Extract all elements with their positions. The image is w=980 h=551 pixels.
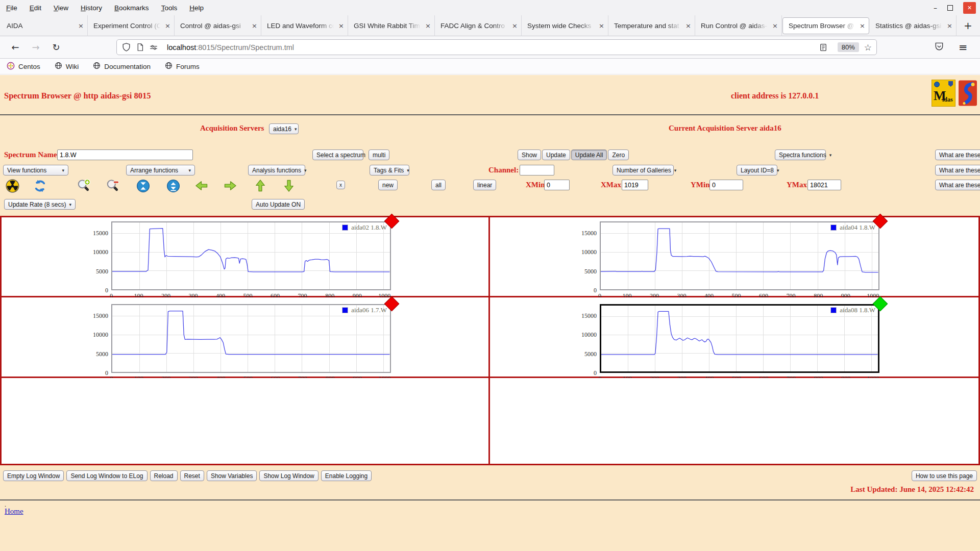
tab-aida[interactable]: AIDA× — [1, 15, 88, 36]
url-bar[interactable]: localhost:8015/Spectrum/Spectrum.tml 80%… — [116, 39, 877, 55]
number-of-galleries-dropdown[interactable]: Number of Galleries — [612, 165, 674, 176]
spectrum-chart-aida08[interactable]: 0500010000150000100200300400500600700800… — [600, 304, 879, 382]
tab-temperature-and-stat[interactable]: Temperature and stat× — [608, 15, 695, 36]
menu-history[interactable]: History — [81, 4, 102, 12]
chart-plot-area[interactable] — [600, 304, 879, 373]
update-rate-dropdown[interactable]: Update Rate (8 secs) — [4, 199, 76, 210]
tab-close-icon[interactable]: × — [685, 22, 691, 30]
arrow-right-icon[interactable] — [223, 179, 237, 193]
tab-system-wide-checks[interactable]: System wide Checks× — [522, 15, 608, 36]
tab-close-icon[interactable]: × — [338, 22, 344, 30]
bookmark-centos[interactable]: Centos — [7, 62, 40, 71]
tab-close-icon[interactable]: × — [425, 22, 431, 30]
spectrum-chart-aida04[interactable]: 0500010000150000100200300400500600700800… — [600, 221, 879, 299]
what-are-these-button-2[interactable]: What are these? — [935, 165, 980, 176]
expand-y-icon[interactable] — [166, 179, 180, 193]
view-functions-dropdown[interactable]: View functions — [3, 165, 68, 176]
tab-close-icon[interactable]: × — [512, 22, 518, 30]
bookmark-documentation[interactable]: Documentation — [93, 62, 151, 71]
chart-plot-area[interactable] — [111, 221, 391, 290]
zoom-level-badge[interactable]: 80% — [838, 42, 859, 52]
menu-view[interactable]: View — [54, 4, 68, 12]
tab-gsi-white-rabbit-tim[interactable]: GSI White Rabbit Tim× — [348, 15, 435, 36]
chart-plot-area[interactable] — [600, 221, 879, 290]
show-log-window-button[interactable]: Show Log Window — [259, 470, 318, 481]
empty-log-window-button[interactable]: Empty Log Window — [3, 470, 64, 481]
enable-logging-button[interactable]: Enable Logging — [321, 470, 372, 481]
linear-button[interactable]: linear — [473, 180, 496, 190]
window-minimize-button[interactable]: – — [934, 4, 937, 12]
bookmark-star-icon[interactable]: ☆ — [864, 42, 872, 53]
reader-mode-icon[interactable] — [819, 43, 828, 52]
show-button[interactable]: Show — [518, 149, 541, 160]
zoom-out-icon[interactable] — [106, 179, 120, 193]
show-variables-button[interactable]: Show Variables — [207, 470, 257, 481]
tags-fits-dropdown[interactable]: Tags & Fits — [370, 165, 409, 176]
arrow-down-icon[interactable] — [282, 179, 296, 193]
what-are-these-button-3[interactable]: What are these? — [935, 180, 980, 190]
spectrum-name-input[interactable] — [57, 149, 193, 160]
how-to-use-button[interactable]: How to use this page — [912, 470, 977, 481]
gallery-cell-6-empty[interactable] — [490, 378, 978, 464]
xmin-input[interactable] — [544, 180, 570, 190]
select-spectrum-dropdown[interactable]: Select a spectrum — [312, 149, 363, 160]
tracking-shield-icon[interactable] — [121, 42, 131, 52]
app-menu-icon[interactable]: ≡ — [959, 41, 968, 54]
reload-button[interactable]: ↻ — [46, 42, 66, 53]
tab-close-icon[interactable]: × — [165, 22, 170, 30]
reset-button[interactable]: Reset — [180, 470, 204, 481]
tab-close-icon[interactable]: × — [78, 22, 84, 30]
xmax-input[interactable] — [622, 180, 648, 190]
analysis-functions-dropdown[interactable]: Analysis functions — [248, 165, 305, 176]
window-close-button[interactable]: × — [963, 2, 976, 14]
send-log-window-to-elog-button[interactable]: Send Log Window to ELog — [66, 470, 147, 481]
spectrum-chart-aida02[interactable]: 0500010000150000100200300400500600700800… — [111, 221, 391, 299]
zero-button[interactable]: Zero — [608, 149, 629, 160]
all-button[interactable]: all — [431, 180, 446, 190]
arrow-left-icon[interactable] — [194, 179, 209, 193]
home-link[interactable]: Home — [5, 507, 23, 516]
bookmark-wiki[interactable]: Wiki — [55, 62, 79, 71]
x-scale-button[interactable]: x — [336, 181, 345, 189]
new-tab-button[interactable]: + — [964, 19, 972, 32]
multi-button[interactable]: multi — [369, 149, 389, 160]
tab-spectrum-browser[interactable]: Spectrum Browser @× — [782, 17, 869, 34]
channel-input[interactable] — [520, 165, 554, 176]
radioactive-icon[interactable] — [5, 179, 19, 193]
window-maximize-button[interactable] — [947, 5, 953, 11]
menu-edit[interactable]: Edit — [30, 4, 41, 12]
gallery-cell-5-empty[interactable] — [2, 378, 490, 464]
tab-close-icon[interactable]: × — [599, 22, 604, 30]
tab-statistics-aidas-gsi[interactable]: Statistics @ aidas-gsi× — [870, 15, 957, 36]
page-info-icon[interactable] — [136, 43, 144, 52]
gallery-cell-1[interactable]: 0500010000150000100200300400500600700800… — [2, 217, 490, 297]
ymax-input[interactable] — [807, 180, 841, 190]
what-are-these-button-1[interactable]: What are these? — [935, 149, 980, 160]
tab-close-icon[interactable]: × — [947, 22, 952, 30]
menu-file[interactable]: File — [6, 4, 17, 12]
tab-close-icon[interactable]: × — [252, 22, 257, 30]
ymin-input[interactable] — [709, 180, 743, 190]
compress-y-icon[interactable] — [136, 179, 150, 193]
menu-tools[interactable]: Tools — [161, 4, 178, 12]
auto-update-button[interactable]: Auto Update ON — [252, 199, 305, 210]
tab-close-icon[interactable]: × — [772, 22, 778, 30]
reload-button[interactable]: Reload — [150, 470, 178, 481]
gallery-cell-4[interactable]: 0500010000150000100200300400500600700800… — [490, 297, 978, 378]
chart-plot-area[interactable] — [111, 304, 391, 373]
gallery-cell-2[interactable]: 0500010000150000100200300400500600700800… — [490, 217, 978, 297]
tab-fadc-align-contro[interactable]: FADC Align & Contro× — [435, 15, 522, 36]
tab-led-and-waveform-co[interactable]: LED and Waveform co× — [261, 15, 348, 36]
tab-experiment-control-c[interactable]: Experiment Control (C× — [88, 15, 175, 36]
refresh-icon[interactable] — [33, 179, 47, 193]
spectrum-chart-aida06[interactable]: 0500010000150000100200300400500600700800… — [111, 304, 391, 382]
bookmark-forums[interactable]: Forums — [165, 62, 200, 71]
new-button[interactable]: new — [378, 180, 398, 190]
zoom-in-icon[interactable] — [77, 179, 91, 193]
tab-control-aidas-gsi[interactable]: Control @ aidas-gsi× — [175, 15, 261, 36]
menu-bookmarks[interactable]: Bookmarks — [114, 4, 149, 12]
gallery-cell-3[interactable]: 0500010000150000100200300400500600700800… — [2, 297, 490, 378]
tab-run-control-aidas[interactable]: Run Control @ aidas-× — [695, 15, 782, 36]
update-button[interactable]: Update — [542, 149, 570, 160]
update-all-button[interactable]: Update All — [571, 149, 607, 160]
